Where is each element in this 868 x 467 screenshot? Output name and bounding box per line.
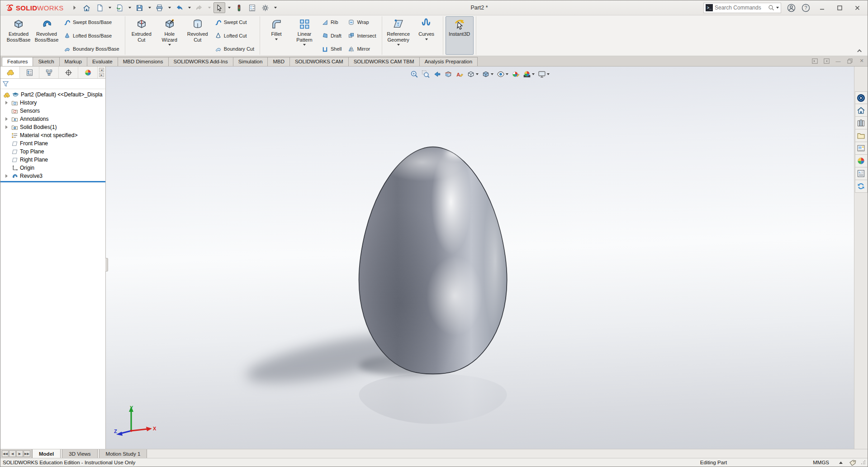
expand-arrow-icon[interactable] [3, 125, 9, 129]
menu-flyout-arrow-icon[interactable] [73, 5, 76, 10]
panel-splitter-handle[interactable] [105, 258, 108, 272]
panel-tab-scroll-right[interactable]: ► [99, 73, 104, 77]
tab-sketch[interactable]: Sketch [33, 57, 59, 66]
tree-item-part2[interactable]: Part2 (Default) <<Default>_Displa [0, 91, 105, 99]
undo-button[interactable] [174, 2, 185, 13]
revolved-boss-base-button[interactable]: RevolvedBoss/Base [33, 16, 61, 55]
extruded-cut-button[interactable]: ExtrudedCut [128, 16, 156, 55]
tree-item-origin[interactable]: Origin [0, 164, 105, 172]
open-document-button[interactable] [114, 2, 126, 13]
dropdown-caret-icon[interactable] [491, 73, 493, 75]
dropdown-caret-icon[interactable] [188, 7, 191, 9]
tree-item-material[interactable]: Material <not specified> [0, 131, 105, 139]
tab-features[interactable]: Features [2, 57, 33, 66]
tree-item-annotations[interactable]: AAnnotations [0, 115, 105, 123]
fillet-button[interactable]: Fillet [262, 16, 290, 55]
mirror-button[interactable]: Mirror [346, 44, 378, 53]
hide-show-items-button[interactable] [495, 69, 510, 80]
dropdown-caret-icon[interactable] [532, 73, 535, 75]
previous-view-button[interactable] [432, 69, 442, 80]
panel-tab-scroll-left[interactable]: ◄ [99, 68, 104, 72]
settings-button-caret[interactable] [273, 2, 278, 13]
display-style-button[interactable] [480, 69, 495, 80]
expand-arrow-icon[interactable] [3, 117, 9, 121]
panel-tab-dimxpertmanager[interactable] [59, 67, 78, 78]
last-tab-button[interactable]: ▶▶ [24, 450, 30, 457]
tree-item-history[interactable]: History [0, 99, 105, 107]
search-commands-box[interactable]: >_ [703, 3, 781, 13]
command-options-button[interactable] [247, 2, 258, 13]
graphics-viewport[interactable]: A Y X Z [106, 67, 854, 449]
reference-geometry-button[interactable]: ReferenceGeometry [384, 16, 413, 55]
search-input[interactable] [715, 5, 766, 11]
previous-tab-button[interactable]: ◀ [9, 450, 16, 457]
rollback-bar[interactable] [0, 181, 105, 182]
redo-button[interactable] [194, 2, 205, 13]
swept-boss-base-button[interactable]: Swept Boss/Base [62, 18, 122, 27]
search-icon[interactable] [768, 5, 774, 11]
select-tool-button[interactable] [213, 2, 225, 13]
first-tab-button[interactable]: ◀◀ [2, 450, 9, 457]
instant3d-button[interactable]: Instant3D [446, 16, 474, 55]
dropdown-caret-icon[interactable] [303, 44, 306, 46]
tree-item-sensors[interactable]: Sensors [0, 107, 105, 115]
collapse-right-pane-icon[interactable] [823, 58, 830, 64]
dropdown-caret-icon[interactable] [168, 44, 171, 46]
taskpane-solidworks-forum-button[interactable] [855, 180, 868, 193]
settings-button[interactable] [260, 2, 271, 13]
panel-tab-configurationmanager[interactable] [39, 67, 59, 78]
print-button-caret[interactable] [167, 2, 172, 13]
taskpane-3dexperience-button[interactable] [855, 91, 868, 104]
tab-mbd-dimensions[interactable]: MBD Dimensions [118, 57, 169, 66]
document-restore-icon[interactable] [847, 58, 853, 64]
tab-solidworks-cam-tbm[interactable]: SOLIDWORKS CAM TBM [348, 57, 420, 66]
search-options-caret-icon[interactable] [776, 7, 779, 9]
draft-button[interactable]: Draft [319, 31, 344, 40]
panel-tab-propertymanager[interactable] [20, 67, 39, 78]
user-account-icon[interactable] [787, 4, 796, 12]
view-settings-button[interactable] [536, 69, 551, 80]
wrap-button[interactable]: Wrap [346, 18, 378, 27]
close-button[interactable] [851, 3, 863, 13]
feature-tree-filter[interactable] [0, 79, 105, 89]
document-minimize-icon[interactable]: — [835, 58, 841, 64]
save-button-caret[interactable] [147, 2, 152, 13]
tab-evaluate[interactable]: Evaluate [87, 57, 118, 66]
dropdown-caret-icon[interactable] [208, 7, 211, 9]
zoom-to-area-button[interactable] [420, 69, 431, 80]
tree-item-revolve3[interactable]: Revolve3 [0, 172, 105, 180]
lofted-boss-base-button[interactable]: Lofted Boss/Base [62, 31, 122, 40]
collapse-ribbon-button[interactable] [857, 48, 863, 53]
apply-scene-button[interactable] [522, 69, 536, 80]
rib-button[interactable]: Rib [319, 18, 344, 27]
resize-grip[interactable] [861, 460, 865, 465]
tree-item-top[interactable]: Top Plane [0, 148, 105, 156]
egg-3d-model[interactable] [106, 67, 854, 449]
hole-wizard-button[interactable]: HoleWizard [156, 16, 184, 55]
dropdown-caret-icon[interactable] [109, 7, 111, 9]
tab-solidworks-cam[interactable]: SOLIDWORKS CAM [289, 57, 349, 66]
units-selector[interactable]: MMGS [813, 460, 843, 465]
new-document-button[interactable] [94, 2, 106, 13]
expand-arrow-icon[interactable] [3, 101, 9, 105]
dropdown-caret-icon[interactable] [397, 44, 400, 46]
tab-solidworks-add-ins[interactable]: SOLIDWORKS Add-Ins [168, 57, 233, 66]
save-button[interactable] [134, 2, 146, 13]
tab-simulation[interactable]: Simulation [233, 57, 268, 66]
zoom-to-fit-button[interactable] [409, 69, 420, 80]
edit-appearance-button[interactable] [510, 69, 521, 80]
dropdown-caret-icon[interactable] [275, 38, 278, 40]
lofted-cut-button[interactable]: Lofted Cut [213, 31, 256, 40]
dropdown-caret-icon[interactable] [128, 7, 131, 9]
dropdown-caret-icon[interactable] [228, 7, 231, 9]
swept-cut-button[interactable]: Swept Cut [213, 18, 256, 27]
help-icon[interactable]: ? [802, 4, 810, 12]
curves-button[interactable]: Curves [413, 16, 441, 55]
taskpane-custom-properties-button[interactable] [855, 167, 868, 180]
tag-icon[interactable] [849, 459, 856, 466]
taskpane-home-button[interactable] [855, 104, 868, 117]
tab-analysis-preparation[interactable]: Analysis Preparation [419, 57, 478, 66]
dropdown-caret-icon[interactable] [274, 7, 277, 9]
dropdown-caret-icon[interactable] [547, 73, 550, 75]
linear-pattern-button[interactable]: LinearPattern [290, 16, 318, 55]
